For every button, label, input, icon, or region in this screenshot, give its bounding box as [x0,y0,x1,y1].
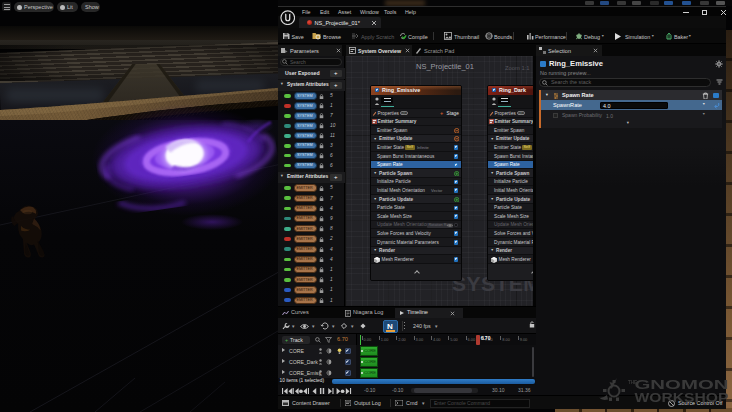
svg-text:GNOMON: GNOMON [635,378,729,392]
svg-text:WORKSHOP: WORKSHOP [635,391,729,405]
